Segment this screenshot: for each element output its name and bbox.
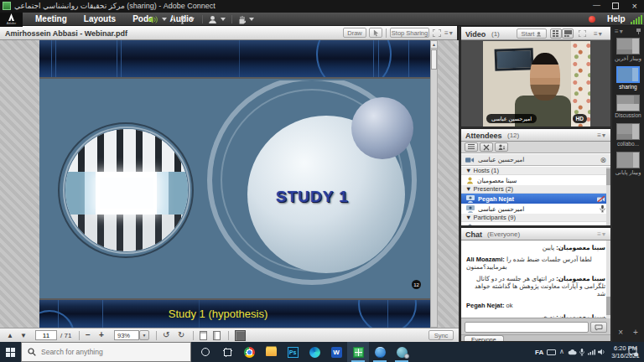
layout-item-selected[interactable]: sharing [612, 66, 644, 95]
send-message-button[interactable] [590, 322, 607, 333]
attendees-list: ▼ Hosts (1) سینا معصومیان ▼ Presenters (… [461, 167, 609, 226]
layout-thumbnail[interactable] [616, 95, 640, 111]
attendee-row-host[interactable]: سینا معصومیان [461, 175, 609, 185]
stop-sharing-button[interactable]: Stop Sharing [390, 28, 429, 38]
sort-attendees-button[interactable] [495, 142, 508, 152]
mic-tray-icon[interactable] [579, 349, 584, 356]
sync-button[interactable]: Sync [428, 330, 454, 340]
attendees-scrollbar[interactable] [606, 167, 610, 226]
taskbar-search[interactable] [21, 342, 191, 362]
chat-message: سینا معصومیان: نه خیر [466, 313, 605, 318]
draw-button[interactable]: Draw [343, 28, 366, 38]
taskbar-app-word[interactable]: W [325, 342, 347, 362]
scrollbar-thumb[interactable] [606, 168, 610, 185]
speaker-dropdown-icon[interactable] [162, 18, 167, 21]
active-speaker-row: امیرحسین عباسی ⊗ [461, 154, 610, 166]
help-menu[interactable]: Help [607, 14, 626, 23]
menu-layouts[interactable]: Layouts [75, 13, 124, 26]
fullscreen-icon[interactable] [579, 30, 586, 37]
video-pod-menu-icon[interactable]: ≡▾ [594, 30, 603, 38]
close-button[interactable]: × [632, 1, 637, 11]
attendee-row-presenter[interactable]: امیرحسین عباسی [461, 204, 609, 214]
network-tray-icon[interactable] [588, 349, 595, 355]
taskbar-app-globe[interactable] [369, 342, 391, 362]
pin-panel-icon[interactable] [636, 28, 641, 34]
fit-page-icon[interactable] [200, 331, 207, 340]
page-number-input[interactable] [35, 330, 57, 340]
cortana-button[interactable] [195, 342, 216, 362]
attendees-pod-menu-icon[interactable]: ≡▾ [597, 132, 606, 139]
chat-scrollbar[interactable] [606, 240, 610, 318]
layout-thumbnail[interactable] [616, 38, 640, 54]
webcam-dropdown-icon[interactable] [221, 18, 226, 21]
participants-group-header[interactable]: ▼ Participants (9) [461, 214, 609, 222]
filmstrip-view-button[interactable] [562, 28, 574, 39]
taskbar-app-photoshop[interactable]: Ps [282, 342, 304, 362]
delete-layout-icon[interactable]: × [618, 328, 623, 337]
attendee-row-presenter-selected[interactable]: Pegah Nejat [461, 194, 609, 204]
taskbar-app-chrome[interactable] [238, 342, 260, 362]
page-up-button[interactable]: ▲ [7, 332, 13, 339]
page-down-button[interactable]: ▼ [20, 332, 27, 339]
menu-meeting[interactable]: Meeting [27, 13, 75, 26]
chat-input[interactable] [465, 322, 589, 333]
slide-scrollbar[interactable]: ▲ [430, 40, 438, 328]
chat-pod-header: Chat (Everyone) ≡▾ [461, 228, 610, 240]
mic-control[interactable] [179, 13, 195, 25]
raise-hand-control[interactable] [237, 13, 254, 25]
presenters-group-header[interactable]: ▼ Presenters (2) [461, 185, 609, 194]
fit-width-icon[interactable] [213, 331, 221, 340]
speaker-control[interactable] [148, 13, 167, 25]
list-view-button[interactable] [465, 142, 478, 152]
zoom-dropdown-icon[interactable]: ▼ [139, 330, 149, 340]
scrollbar-thumb[interactable] [606, 297, 610, 315]
search-input[interactable] [41, 348, 167, 356]
breakout-view-button[interactable] [480, 142, 493, 152]
onedrive-tray-icon[interactable] [568, 349, 577, 355]
rotate-right-button[interactable]: ↻ [178, 330, 184, 339]
webcam-control[interactable] [208, 13, 226, 25]
layout-thumbnail[interactable] [616, 152, 640, 168]
start-webcam-button[interactable]: Start [517, 28, 547, 39]
task-view-button[interactable] [216, 342, 238, 362]
person-face [530, 53, 560, 101]
start-button[interactable] [0, 342, 20, 362]
raise-hand-dropdown-icon[interactable] [249, 18, 254, 21]
layout-item[interactable]: وبینار آخرین [612, 38, 644, 66]
hosts-group-header[interactable]: ▼ Hosts (1) [461, 167, 609, 175]
mic-dropdown-icon[interactable] [190, 18, 195, 21]
taskbar-app-edge[interactable] [304, 342, 325, 362]
fullscreen-icon[interactable] [433, 29, 441, 37]
thumbnail-view-button[interactable] [235, 330, 246, 341]
grid-view-button[interactable] [550, 28, 562, 39]
layout-item[interactable]: Discussion [612, 95, 644, 123]
add-layout-icon[interactable]: + [633, 328, 638, 337]
tray-expand-icon[interactable]: ∧ [559, 348, 564, 355]
layout-thumbnail[interactable] [616, 123, 640, 140]
taskbar-app-messenger[interactable] [391, 342, 413, 362]
layout-item[interactable]: وبینار پایانی [612, 152, 644, 180]
zoom-out-button[interactable]: − [86, 330, 91, 339]
layout-thumbnail[interactable] [616, 66, 640, 83]
taskbar-app-active-meeting[interactable] [347, 342, 369, 362]
dismiss-active-speaker-icon[interactable]: ⊗ [600, 156, 606, 164]
rotate-left-button[interactable]: ↺ [163, 330, 169, 339]
minimize-button[interactable]: — [593, 1, 600, 9]
pointer-button[interactable] [369, 28, 382, 38]
volume-tray-icon[interactable] [598, 349, 605, 355]
scrollbar-thumb[interactable] [431, 49, 437, 70]
chat-tab-everyone[interactable]: Everyone [464, 335, 504, 342]
taskbar-app-explorer[interactable] [260, 342, 282, 362]
chat-pod-menu-icon[interactable]: ≡▾ [597, 230, 606, 238]
share-pod-menu-icon[interactable]: ≡▾ [444, 29, 454, 37]
zoom-in-button[interactable]: + [99, 330, 104, 339]
layouts-panel-menu-icon[interactable]: ≡▾ [615, 28, 624, 35]
scroll-up-icon[interactable]: ▲ [431, 41, 437, 49]
attendee-row-participant[interactable]: Ali Moazami [461, 222, 609, 226]
notification-icon[interactable] [628, 347, 638, 357]
maximize-button[interactable] [612, 3, 619, 9]
language-indicator[interactable]: FA [535, 349, 543, 356]
keyboard-tray-icon[interactable] [547, 349, 556, 355]
layout-item[interactable]: collabo... [612, 123, 644, 152]
zoom-level-value[interactable]: 93% [114, 330, 139, 340]
